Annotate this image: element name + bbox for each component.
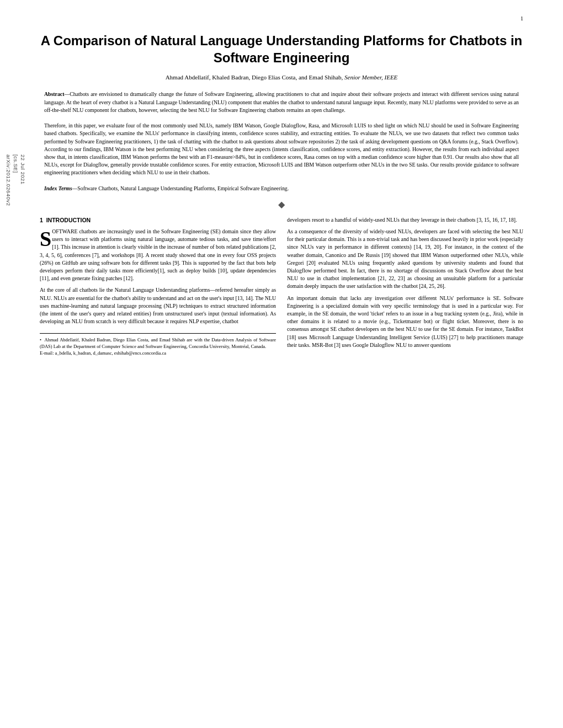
arxiv-date: 22 Jul 2021 bbox=[20, 154, 26, 206]
section-title: Introduction bbox=[46, 217, 91, 223]
footnote-area: • Ahmad Abdellatif, Khaled Badran, Diego… bbox=[40, 333, 276, 357]
index-terms-text: Software Chatbots, Natural Language Unde… bbox=[77, 185, 289, 191]
footnote-bullet: • bbox=[40, 337, 41, 344]
col2-p3-text: An important domain that lacks any inves… bbox=[287, 295, 523, 348]
intro-col2-paragraph-2: As a consequence of the diversity of wid… bbox=[287, 228, 523, 291]
abstract-section: Abstract—Chatbots are envisioned to dram… bbox=[44, 90, 519, 176]
arxiv-sidebar: arXiv:2012.02640v2 [cs.SE] 22 Jul 2021 bbox=[6, 154, 26, 206]
authors: Ahmad Abdellatif, Khaled Badran, Diego E… bbox=[40, 74, 523, 81]
intro-col2-paragraph-1: developers resort to a handful of widely… bbox=[287, 216, 523, 224]
abstract-label: Abstract bbox=[44, 91, 64, 97]
col2-p2-text: As a consequence of the diversity of wid… bbox=[287, 228, 523, 289]
abstract-dash: — bbox=[64, 91, 70, 97]
footnote-text: Ahmad Abdellatif, Khaled Badran, Diego E… bbox=[40, 337, 276, 349]
section-divider: ◆ bbox=[40, 199, 523, 210]
main-title: A Comparison of Natural Language Underst… bbox=[40, 32, 523, 66]
arxiv-id: arXiv:2012.02640v2 bbox=[6, 154, 12, 206]
authors-names: Ahmad Abdellatif, Khaled Badran, Diego E… bbox=[166, 74, 343, 81]
two-column-layout: 1 Introduction SOFTWARE chatbots are inc… bbox=[40, 216, 523, 357]
col2-p1-text: developers resort to a handful of widely… bbox=[287, 217, 517, 223]
index-terms: Index Terms—Software Chatbots, Natural L… bbox=[44, 185, 519, 192]
page-number: 1 bbox=[520, 15, 523, 22]
left-column: 1 Introduction SOFTWARE chatbots are inc… bbox=[40, 216, 276, 357]
footnote-email: E-mail: a_bdella, k_badran, d_damasc, es… bbox=[40, 350, 166, 356]
abstract-text2: Therefore, in this paper, we evaluate fo… bbox=[44, 122, 519, 175]
drop-cap-word: OFTWARE bbox=[52, 228, 77, 234]
authors-suffix: Senior Member, IEEE bbox=[344, 74, 397, 81]
index-terms-dash: — bbox=[72, 185, 78, 191]
section-heading-intro: 1 Introduction bbox=[40, 216, 276, 224]
drop-cap-s: S bbox=[40, 228, 51, 247]
arxiv-tag-csse: [cs.SE] bbox=[13, 154, 19, 206]
intro-p2-text: At the core of all chatbots lie the Natu… bbox=[40, 287, 276, 324]
title-section: A Comparison of Natural Language Underst… bbox=[40, 32, 523, 81]
abstract-text1: Chatbots are envisioned to dramatically … bbox=[44, 91, 519, 113]
right-column: developers resort to a handful of widely… bbox=[287, 216, 523, 357]
intro-paragraph-1: SOFTWARE chatbots are increasingly used … bbox=[40, 228, 276, 282]
index-terms-label: Index Terms bbox=[44, 185, 72, 191]
intro-p1-text: chatbots are increasingly used in the So… bbox=[40, 228, 276, 281]
page-container: 1 arXiv:2012.02640v2 [cs.SE] 22 Jul 2021… bbox=[0, 0, 563, 728]
section-number: 1 bbox=[40, 217, 43, 223]
intro-col2-paragraph-3: An important domain that lacks any inves… bbox=[287, 295, 523, 349]
intro-paragraph-2: At the core of all chatbots lie the Natu… bbox=[40, 286, 276, 325]
